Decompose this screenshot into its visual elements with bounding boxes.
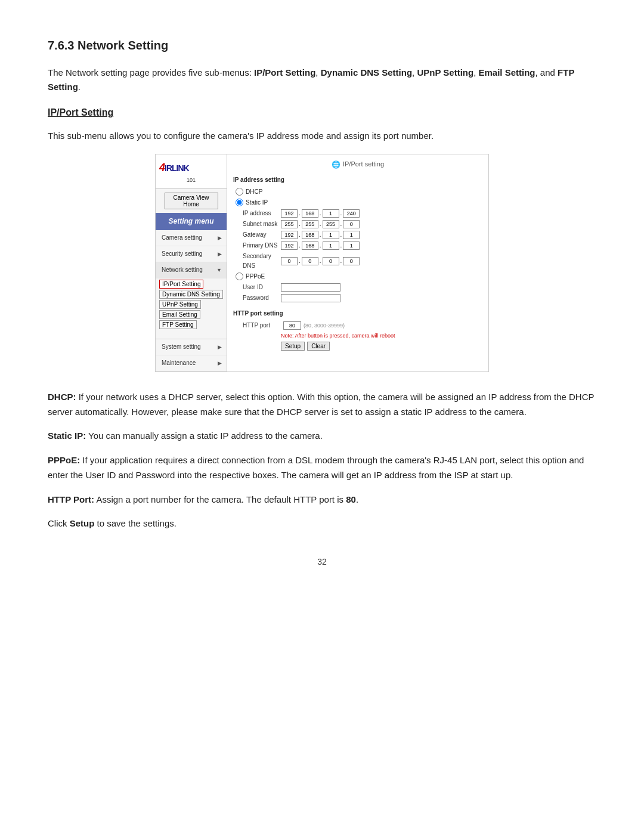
gateway-octet-1[interactable] — [281, 231, 298, 239]
password-input[interactable] — [281, 294, 340, 302]
static-ip-paragraph: Static IP: You can manually assign a sta… — [48, 429, 596, 444]
logo-text: 4IRLINK — [159, 159, 189, 176]
pppoe-paragraph: PPPoE: If your application requires a di… — [48, 453, 596, 483]
reboot-note: Note: After button is pressed, camera wi… — [233, 332, 482, 340]
subnet-octet-1[interactable] — [281, 220, 298, 228]
gateway-octet-3[interactable] — [323, 231, 339, 239]
sidebar-bottom: System setting ▶ Maintenance ▶ — [156, 339, 227, 371]
chevron-right-icon: ▶ — [218, 359, 222, 367]
pdns-octet-4[interactable] — [343, 241, 360, 250]
dhcp-paragraph: DHCP: If your network uses a DHCP server… — [48, 390, 596, 420]
setup-text-bold: Setup — [70, 518, 95, 528]
gateway-octet-2[interactable] — [302, 231, 318, 239]
gateway-octet-4[interactable] — [343, 231, 360, 239]
subnet-mask-inputs: . . . — [281, 219, 360, 229]
pppoe-radio-row: PPPoE — [236, 272, 482, 281]
password-label: Password — [233, 293, 281, 303]
pdns-octet-2[interactable] — [302, 241, 318, 250]
subitem-ip-port-setting[interactable]: IP/Port Setting — [159, 280, 203, 289]
ip-octet-4[interactable] — [343, 209, 360, 218]
static-ip-bold: Static IP: — [48, 431, 86, 441]
chevron-down-icon: ▼ — [216, 266, 222, 274]
subnet-mask-label: Subnet mask — [233, 219, 281, 229]
ip-section-label: IP address setting — [233, 175, 482, 185]
dhcp-label: DHCP — [246, 187, 262, 197]
user-id-label: User ID — [233, 283, 281, 292]
ip-address-inputs: . . . — [281, 209, 360, 218]
sidebar-item-network-setting[interactable]: Network setting ▼ — [156, 262, 227, 278]
sidebar-item-system-setting[interactable]: System setting ▶ — [156, 339, 227, 355]
http-port-value-bold: 80 — [346, 494, 356, 504]
pppoe-label: PPPoE — [246, 272, 265, 281]
primary-dns-row: Primary DNS . . . — [233, 241, 482, 250]
divider — [233, 304, 482, 309]
setting-menu-header: Setting menu — [156, 213, 227, 230]
sidebar-label: System setting — [162, 342, 201, 352]
click-setup-paragraph: Click Setup to save the settings. — [48, 516, 596, 531]
sidebar-label: Maintenance — [162, 358, 196, 368]
sidebar-item-camera-setting[interactable]: Camera setting ▶ — [156, 230, 227, 246]
sdns-octet-1[interactable] — [281, 257, 298, 265]
static-ip-radio[interactable] — [236, 199, 243, 206]
static-ip-label: Static IP — [246, 198, 268, 208]
camera-view-home-button[interactable]: Camera View Home — [165, 193, 218, 209]
subitem-email-setting[interactable]: Email Setting — [159, 310, 200, 319]
pppoe-radio[interactable] — [236, 272, 243, 280]
setup-button[interactable]: Setup — [281, 342, 305, 351]
ip-octet-3[interactable] — [323, 209, 339, 218]
globe-icon: 🌐 — [332, 159, 340, 171]
pdns-octet-3[interactable] — [323, 241, 339, 250]
ip-octet-2[interactable] — [302, 209, 318, 218]
main-panel: 🌐 IP/Port setting IP address setting DHC… — [227, 154, 488, 371]
secondary-dns-inputs: . . . — [281, 256, 360, 266]
http-port-input[interactable] — [283, 321, 301, 330]
pdns-octet-1[interactable] — [281, 241, 298, 250]
subnet-octet-2[interactable] — [302, 220, 318, 228]
ip-address-label: IP address — [233, 209, 281, 218]
ip-address-row: IP address . . . — [233, 209, 482, 218]
logo-101: 101 — [159, 176, 223, 184]
subnet-octet-4[interactable] — [343, 220, 360, 228]
user-id-row: User ID — [233, 283, 482, 292]
dhcp-radio[interactable] — [236, 188, 243, 196]
sidebar-item-security-setting[interactable]: Security setting ▶ — [156, 246, 227, 262]
sidebar-label: Network setting — [162, 265, 203, 275]
http-port-hint: (80, 3000-39999) — [304, 321, 345, 330]
spacer — [156, 330, 227, 336]
dhcp-radio-row: DHCP — [236, 187, 482, 197]
gateway-inputs: . . . — [281, 230, 360, 240]
secondary-dns-label: Secondary DNS — [233, 252, 281, 271]
secondary-dns-row: Secondary DNS . . . — [233, 252, 482, 271]
subitem-ftp-setting[interactable]: FTP Setting — [159, 320, 197, 329]
gateway-row: Gateway . . . — [233, 230, 482, 240]
clear-button[interactable]: Clear — [307, 342, 330, 351]
http-port-bold: HTTP Port: — [48, 494, 94, 504]
sdns-octet-4[interactable] — [343, 257, 360, 265]
chevron-right-icon: ▶ — [218, 250, 222, 258]
sdns-octet-3[interactable] — [323, 257, 339, 265]
sidebar-item-maintenance[interactable]: Maintenance ▶ — [156, 355, 227, 371]
pppoe-bold: PPPoE: — [48, 455, 80, 465]
http-port-row: HTTP port (80, 3000-39999) — [233, 321, 482, 330]
action-buttons: Setup Clear — [233, 342, 482, 351]
sidebar: 4IRLINK 101 Camera View Home Setting men… — [156, 154, 227, 371]
subnet-octet-3[interactable] — [323, 220, 339, 228]
ip-octet-1[interactable] — [281, 209, 298, 218]
subitem-upnp-setting[interactable]: UPnP Setting — [159, 300, 201, 309]
sidebar-label: Security setting — [162, 249, 202, 259]
sdns-octet-2[interactable] — [302, 257, 318, 265]
section-title: 7.6.3 Network Setting — [48, 36, 596, 55]
static-ip-radio-row: Static IP — [236, 198, 482, 208]
sub-description: This sub-menu allows you to configure th… — [48, 129, 596, 143]
primary-dns-inputs: . . . — [281, 241, 360, 250]
subitem-dynamic-dns[interactable]: Dynamic DNS Setting — [159, 290, 223, 299]
http-port-paragraph: HTTP Port: Assign a port number for the … — [48, 493, 596, 507]
intro-paragraph: The Network setting page provides five s… — [48, 66, 596, 94]
http-section-label: HTTP port setting — [233, 309, 482, 318]
gateway-label: Gateway — [233, 230, 281, 240]
primary-dns-label: Primary DNS — [233, 241, 281, 250]
panel-title: 🌐 IP/Port setting — [233, 159, 482, 171]
http-port-label: HTTP port — [233, 321, 281, 330]
camera-ui-mockup: 4IRLINK 101 Camera View Home Setting men… — [155, 154, 489, 372]
user-id-input[interactable] — [281, 283, 340, 292]
